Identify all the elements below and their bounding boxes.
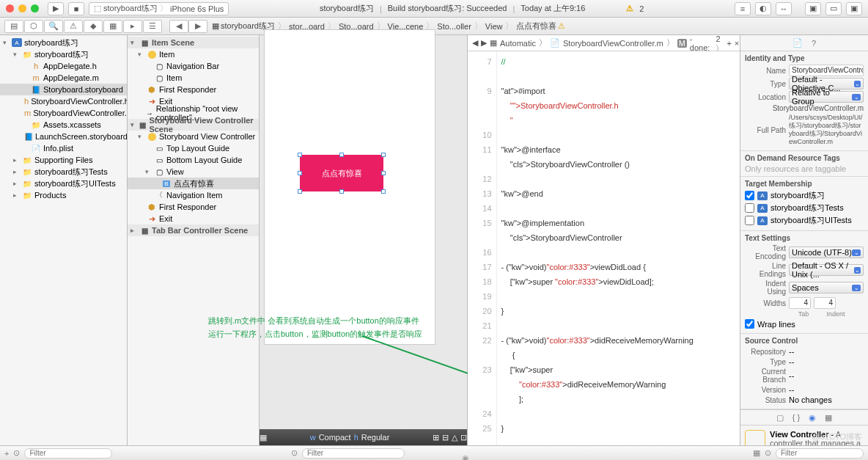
toggle-navigator-button[interactable]: ▣ (805, 2, 821, 15)
file-template-icon[interactable]: ▢ (776, 413, 784, 423)
editor-version-button[interactable]: ↔ (776, 2, 792, 15)
document-outline: ▾▦Item Scene▾Item▢Navigation Bar▢Item⬢Fi… (128, 35, 260, 445)
activity-view: storyboard练习 | Build storyboard练习: Succe… (233, 3, 730, 14)
library-filter[interactable] (776, 448, 864, 459)
editor-method[interactable]: -done: (690, 35, 710, 51)
resize-icon[interactable]: ⊡ (460, 433, 467, 442)
warning-count: 2 (639, 4, 644, 13)
source-editor[interactable]: 7910111213141516171819202122232425◉26272… (468, 51, 740, 445)
identity-title: Identity and Type (745, 54, 864, 62)
warning-icon[interactable]: ⚠ (626, 4, 633, 13)
related-icon[interactable]: ▦ (490, 38, 497, 48)
nav-symbol-tab[interactable]: ⬡ (24, 20, 43, 33)
inspector-tabs[interactable]: 📄 ? (740, 35, 868, 51)
add-icon[interactable]: + (4, 449, 9, 458)
activity-project: storyboard练习 (320, 3, 374, 14)
tab-width-field[interactable]: 4 (789, 297, 811, 309)
outline-filter[interactable] (302, 448, 405, 459)
close-icon[interactable] (6, 4, 14, 12)
target-title: Target Membership (745, 180, 864, 188)
app-icon: ⬚ (94, 4, 101, 13)
editor-jump-bar[interactable]: ◀ ▶ ▦ Automatic〉 📄 StoryboardViewControl… (468, 35, 740, 51)
watermark: @51CTO博客 (812, 431, 862, 442)
nav-issue-tab[interactable]: ⚠ (64, 20, 83, 33)
fullpath-value: /Users/scsys/Desktop/UI/练习/storyboard练习/… (789, 114, 864, 146)
close-editor-icon[interactable]: × (735, 39, 739, 48)
library-tabs[interactable]: ▢ { } ◉ ▦ (740, 409, 868, 426)
nav-project-tab[interactable]: ▤ (4, 20, 23, 33)
ib-canvas[interactable]: 点点有惊喜 跳转到.m文件中 会看到系统自动生成一个button的响应事件 运行… (260, 35, 468, 445)
method-icon: M (677, 39, 687, 48)
ib-back-button[interactable]: ◀ (169, 20, 188, 33)
add-editor-icon[interactable]: + (727, 39, 731, 48)
ib-fwd-button[interactable]: ▶ (188, 20, 207, 33)
utilities-panel: 📄 ? Identity and Type NameStoryboardView… (740, 35, 868, 445)
device-name: iPhone 6s Plus (170, 4, 224, 13)
align-icon[interactable]: ⊞ (433, 433, 439, 442)
location-file: StoryboardViewController.m (773, 104, 864, 112)
outline-filter-icon: ⊙ (291, 448, 298, 458)
scheme-selector[interactable]: ⬚ storyboard练习 〉 iPhone 6s Plus (89, 2, 229, 15)
resolve-icon[interactable]: △ (452, 433, 457, 442)
navigator-filter[interactable] (24, 448, 112, 459)
filter-icon: ⊙ (13, 448, 20, 458)
scheme-name: storyboard练习 (103, 3, 158, 14)
nav-debug-tab[interactable]: ▦ (103, 20, 122, 33)
lib-grid-icon[interactable]: ▦ (753, 448, 760, 458)
size-class-icon: ▦ (260, 433, 267, 442)
toggle-debug-button[interactable]: ▭ (825, 2, 842, 15)
nav-report-tab[interactable]: ☰ (143, 20, 162, 33)
activity-status: Build storyboard练习: Succeeded (388, 3, 507, 14)
minimize-icon[interactable] (18, 4, 26, 12)
code-snippet-icon[interactable]: { } (792, 413, 800, 422)
lineend-select[interactable]: Default - OS X / Unix (...⌄ (789, 264, 864, 276)
activity-time: Today at 上午9:16 (521, 3, 585, 14)
quickhelp-icon[interactable]: ? (812, 39, 816, 48)
pink-button-label: 点点有惊喜 (322, 168, 362, 179)
indent-select[interactable]: Spaces⌄ (789, 282, 864, 293)
media-library-icon[interactable]: ▦ (825, 413, 832, 423)
ondemand-field[interactable]: Only resources are taggable (745, 164, 864, 173)
pink-button[interactable]: 点点有惊喜 (300, 155, 383, 191)
annotation-text: 跳转到.m文件中 会看到系统自动生成一个button的响应事件 运行一下程序，点… (208, 314, 457, 340)
editor-assistant-button[interactable]: ◐ (755, 2, 771, 15)
nav-test-tab[interactable]: ◆ (84, 20, 103, 33)
window-controls (6, 4, 39, 12)
object-library-icon[interactable]: ◉ (809, 413, 816, 423)
outline-tree[interactable]: ▾▦Item Scene▾Item▢Navigation Bar▢Item⬢Fi… (128, 35, 259, 445)
nav-fwd-icon[interactable]: ▶ (481, 38, 487, 48)
indent-width-field[interactable]: 4 (814, 297, 836, 309)
project-navigator: ▾Astoryboard练习▾📁storyboard练习hAppDelegate… (0, 35, 128, 445)
editor-mode[interactable]: Automatic (500, 39, 536, 48)
lib-filter-icon: ⊙ (765, 448, 771, 458)
source-control-title: Source Control (745, 337, 864, 345)
file-icon: 📄 (550, 38, 560, 48)
toggle-utilities-button[interactable]: ▣ (846, 2, 862, 15)
ondemand-title: On Demand Resource Tags (745, 154, 864, 162)
editor-standard-button[interactable]: ≡ (735, 2, 751, 15)
main-toolbar: ▶ ■ ⬚ storyboard练习 〉 iPhone 6s Plus stor… (0, 0, 868, 18)
file-inspector-icon[interactable]: 📄 (792, 38, 803, 48)
pin-icon[interactable]: ⊟ (442, 433, 449, 442)
editor-file[interactable]: StoryboardViewController.m (563, 39, 663, 48)
text-settings-title: Text Settings (745, 234, 864, 242)
assistant-editor: ◀ ▶ ▦ Automatic〉 📄 StoryboardViewControl… (468, 35, 740, 445)
stop-button[interactable]: ■ (68, 2, 84, 15)
nav-breakpoint-tab[interactable]: ▸ (123, 20, 142, 33)
encoding-select[interactable]: Unicode (UTF-8)⌄ (789, 247, 864, 258)
wrap-checkbox[interactable] (745, 319, 754, 329)
navigator-tree[interactable]: ▾Astoryboard练习▾📁storyboard练习hAppDelegate… (0, 35, 127, 445)
nav-back-icon[interactable]: ◀ (472, 38, 478, 48)
location-select[interactable]: Relative to Group⌄ (789, 91, 864, 103)
view-controller-canvas[interactable]: 点点有惊喜 (264, 29, 435, 345)
nav-find-tab[interactable]: 🔍 (44, 20, 63, 33)
size-class-bar[interactable]: ▦ wCompact hRegular ⊞ ⊟ △ ⊡ (260, 429, 467, 445)
zoom-icon[interactable] (31, 4, 39, 12)
run-button[interactable]: ▶ (48, 2, 64, 15)
bottom-bar: + ⊙ ⊙ ▦ ⊙ (0, 445, 868, 460)
